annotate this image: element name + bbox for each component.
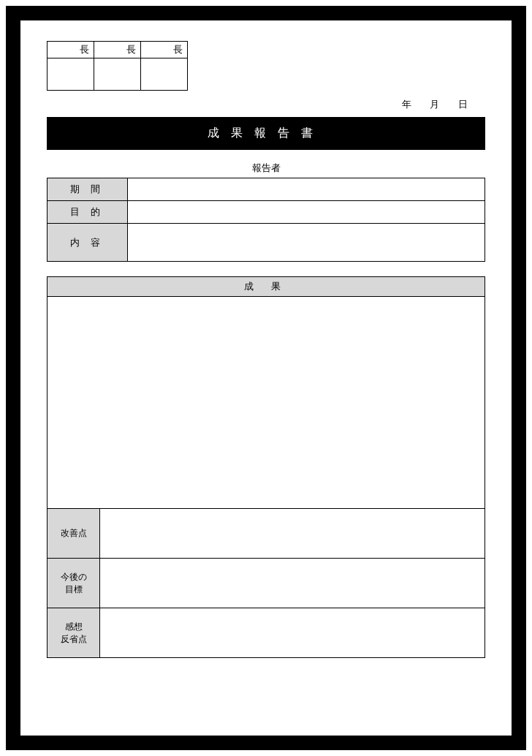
- approval-header-1: 長: [48, 42, 94, 58]
- content-label: 内 容: [48, 224, 128, 262]
- future-goal-label: 今後の 目標: [48, 559, 100, 608]
- approval-header-3: 長: [141, 42, 188, 58]
- period-label: 期 間: [48, 178, 128, 201]
- reporter-label: 報告者: [47, 162, 485, 175]
- period-field[interactable]: [128, 178, 485, 201]
- thoughts-field[interactable]: [100, 608, 485, 658]
- purpose-label: 目 的: [48, 201, 128, 224]
- date-day-label: 日: [458, 99, 469, 110]
- date-year-label: 年: [402, 99, 413, 110]
- future-goal-field[interactable]: [100, 559, 485, 608]
- content-field[interactable]: [128, 224, 485, 262]
- info-table: 期 間 目 的 内 容: [47, 178, 485, 262]
- improvement-field[interactable]: [100, 509, 485, 559]
- result-body-field[interactable]: [48, 297, 485, 509]
- date-line: 年 月 日: [47, 98, 485, 111]
- approval-header-2: 長: [94, 42, 141, 58]
- approval-stamp-2[interactable]: [94, 58, 141, 91]
- result-header: 成 果: [48, 277, 485, 297]
- thoughts-label: 感想 反省点: [48, 608, 100, 658]
- result-table: 成 果 改善点 今後の 目標 感想 反省点: [47, 276, 485, 658]
- purpose-field[interactable]: [128, 201, 485, 224]
- approval-stamp-3[interactable]: [141, 58, 188, 91]
- approval-stamp-1[interactable]: [48, 58, 94, 91]
- date-month-label: 月: [430, 99, 441, 110]
- approval-stamp-table: 長 長 長: [47, 41, 188, 91]
- document-title: 成果報告書: [47, 117, 485, 150]
- improvement-label: 改善点: [48, 509, 100, 559]
- document-frame: 長 長 長 年 月 日 成果報告書 報告者 期 間 目 的 内 容: [6, 6, 526, 750]
